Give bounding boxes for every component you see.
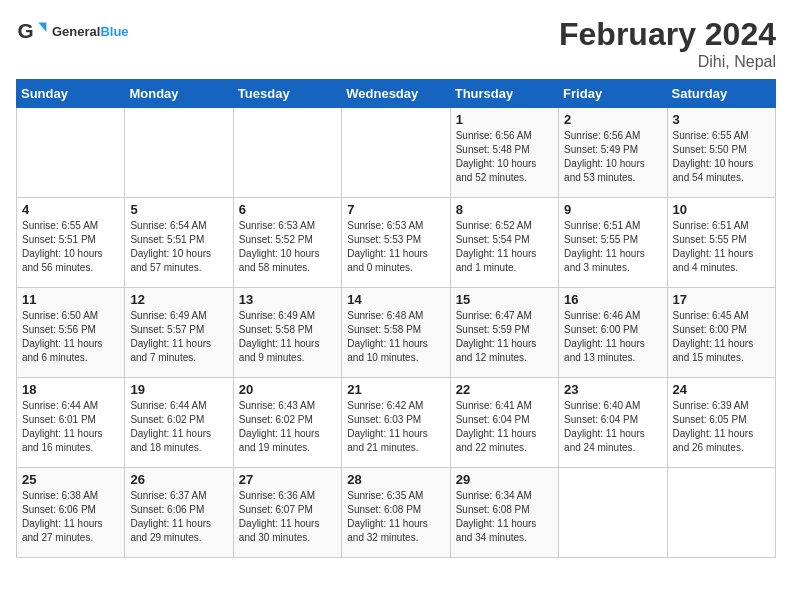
svg-text:G: G: [18, 19, 34, 42]
day-number: 20: [239, 382, 336, 397]
day-info: Sunrise: 6:51 AM Sunset: 5:55 PM Dayligh…: [564, 219, 661, 275]
day-number: 11: [22, 292, 119, 307]
day-number: 9: [564, 202, 661, 217]
calendar-week-4: 18Sunrise: 6:44 AM Sunset: 6:01 PM Dayli…: [17, 378, 776, 468]
day-number: 29: [456, 472, 553, 487]
day-number: 16: [564, 292, 661, 307]
day-info: Sunrise: 6:40 AM Sunset: 6:04 PM Dayligh…: [564, 399, 661, 455]
calendar-cell: 22Sunrise: 6:41 AM Sunset: 6:04 PM Dayli…: [450, 378, 558, 468]
day-info: Sunrise: 6:38 AM Sunset: 6:06 PM Dayligh…: [22, 489, 119, 545]
calendar-cell: 25Sunrise: 6:38 AM Sunset: 6:06 PM Dayli…: [17, 468, 125, 558]
calendar-header-row: SundayMondayTuesdayWednesdayThursdayFrid…: [17, 80, 776, 108]
calendar-cell: [125, 108, 233, 198]
day-number: 12: [130, 292, 227, 307]
calendar-cell: 16Sunrise: 6:46 AM Sunset: 6:00 PM Dayli…: [559, 288, 667, 378]
day-info: Sunrise: 6:53 AM Sunset: 5:52 PM Dayligh…: [239, 219, 336, 275]
day-number: 25: [22, 472, 119, 487]
day-number: 2: [564, 112, 661, 127]
calendar-cell: [233, 108, 341, 198]
calendar-cell: 17Sunrise: 6:45 AM Sunset: 6:00 PM Dayli…: [667, 288, 775, 378]
day-info: Sunrise: 6:35 AM Sunset: 6:08 PM Dayligh…: [347, 489, 444, 545]
calendar-cell: [17, 108, 125, 198]
day-info: Sunrise: 6:49 AM Sunset: 5:58 PM Dayligh…: [239, 309, 336, 365]
day-info: Sunrise: 6:44 AM Sunset: 6:02 PM Dayligh…: [130, 399, 227, 455]
day-info: Sunrise: 6:49 AM Sunset: 5:57 PM Dayligh…: [130, 309, 227, 365]
calendar-cell: 10Sunrise: 6:51 AM Sunset: 5:55 PM Dayli…: [667, 198, 775, 288]
calendar-cell: 27Sunrise: 6:36 AM Sunset: 6:07 PM Dayli…: [233, 468, 341, 558]
day-number: 24: [673, 382, 770, 397]
day-info: Sunrise: 6:55 AM Sunset: 5:51 PM Dayligh…: [22, 219, 119, 275]
day-number: 7: [347, 202, 444, 217]
calendar-cell: [342, 108, 450, 198]
calendar-week-2: 4Sunrise: 6:55 AM Sunset: 5:51 PM Daylig…: [17, 198, 776, 288]
calendar-cell: 28Sunrise: 6:35 AM Sunset: 6:08 PM Dayli…: [342, 468, 450, 558]
day-header-saturday: Saturday: [667, 80, 775, 108]
day-info: Sunrise: 6:56 AM Sunset: 5:49 PM Dayligh…: [564, 129, 661, 185]
day-info: Sunrise: 6:54 AM Sunset: 5:51 PM Dayligh…: [130, 219, 227, 275]
day-info: Sunrise: 6:56 AM Sunset: 5:48 PM Dayligh…: [456, 129, 553, 185]
calendar-cell: 5Sunrise: 6:54 AM Sunset: 5:51 PM Daylig…: [125, 198, 233, 288]
day-number: 21: [347, 382, 444, 397]
day-number: 6: [239, 202, 336, 217]
calendar-table: SundayMondayTuesdayWednesdayThursdayFrid…: [16, 79, 776, 558]
title-block: February 2024 Dihi, Nepal: [559, 16, 776, 71]
day-number: 5: [130, 202, 227, 217]
day-number: 19: [130, 382, 227, 397]
day-info: Sunrise: 6:36 AM Sunset: 6:07 PM Dayligh…: [239, 489, 336, 545]
day-info: Sunrise: 6:39 AM Sunset: 6:05 PM Dayligh…: [673, 399, 770, 455]
calendar-cell: 8Sunrise: 6:52 AM Sunset: 5:54 PM Daylig…: [450, 198, 558, 288]
calendar-cell: 11Sunrise: 6:50 AM Sunset: 5:56 PM Dayli…: [17, 288, 125, 378]
day-header-friday: Friday: [559, 80, 667, 108]
day-info: Sunrise: 6:46 AM Sunset: 6:00 PM Dayligh…: [564, 309, 661, 365]
day-number: 28: [347, 472, 444, 487]
calendar-cell: 7Sunrise: 6:53 AM Sunset: 5:53 PM Daylig…: [342, 198, 450, 288]
calendar-cell: 15Sunrise: 6:47 AM Sunset: 5:59 PM Dayli…: [450, 288, 558, 378]
calendar-cell: 1Sunrise: 6:56 AM Sunset: 5:48 PM Daylig…: [450, 108, 558, 198]
calendar-cell: 19Sunrise: 6:44 AM Sunset: 6:02 PM Dayli…: [125, 378, 233, 468]
day-info: Sunrise: 6:55 AM Sunset: 5:50 PM Dayligh…: [673, 129, 770, 185]
day-number: 22: [456, 382, 553, 397]
calendar-cell: [559, 468, 667, 558]
day-info: Sunrise: 6:34 AM Sunset: 6:08 PM Dayligh…: [456, 489, 553, 545]
calendar-subtitle: Dihi, Nepal: [559, 53, 776, 71]
calendar-cell: 4Sunrise: 6:55 AM Sunset: 5:51 PM Daylig…: [17, 198, 125, 288]
calendar-cell: 24Sunrise: 6:39 AM Sunset: 6:05 PM Dayli…: [667, 378, 775, 468]
calendar-cell: 29Sunrise: 6:34 AM Sunset: 6:08 PM Dayli…: [450, 468, 558, 558]
logo-general: General: [52, 24, 100, 39]
day-number: 3: [673, 112, 770, 127]
day-header-tuesday: Tuesday: [233, 80, 341, 108]
day-info: Sunrise: 6:43 AM Sunset: 6:02 PM Dayligh…: [239, 399, 336, 455]
day-info: Sunrise: 6:44 AM Sunset: 6:01 PM Dayligh…: [22, 399, 119, 455]
calendar-title: February 2024: [559, 16, 776, 53]
calendar-cell: [667, 468, 775, 558]
calendar-body: 1Sunrise: 6:56 AM Sunset: 5:48 PM Daylig…: [17, 108, 776, 558]
day-number: 17: [673, 292, 770, 307]
day-info: Sunrise: 6:37 AM Sunset: 6:06 PM Dayligh…: [130, 489, 227, 545]
calendar-cell: 14Sunrise: 6:48 AM Sunset: 5:58 PM Dayli…: [342, 288, 450, 378]
svg-marker-1: [38, 22, 46, 32]
calendar-cell: 3Sunrise: 6:55 AM Sunset: 5:50 PM Daylig…: [667, 108, 775, 198]
calendar-cell: 9Sunrise: 6:51 AM Sunset: 5:55 PM Daylig…: [559, 198, 667, 288]
day-number: 10: [673, 202, 770, 217]
calendar-cell: 6Sunrise: 6:53 AM Sunset: 5:52 PM Daylig…: [233, 198, 341, 288]
calendar-cell: 12Sunrise: 6:49 AM Sunset: 5:57 PM Dayli…: [125, 288, 233, 378]
calendar-week-3: 11Sunrise: 6:50 AM Sunset: 5:56 PM Dayli…: [17, 288, 776, 378]
calendar-cell: 2Sunrise: 6:56 AM Sunset: 5:49 PM Daylig…: [559, 108, 667, 198]
calendar-cell: 13Sunrise: 6:49 AM Sunset: 5:58 PM Dayli…: [233, 288, 341, 378]
page-header: G GeneralBlue February 2024 Dihi, Nepal: [16, 16, 776, 71]
day-info: Sunrise: 6:42 AM Sunset: 6:03 PM Dayligh…: [347, 399, 444, 455]
day-number: 18: [22, 382, 119, 397]
day-number: 13: [239, 292, 336, 307]
day-info: Sunrise: 6:41 AM Sunset: 6:04 PM Dayligh…: [456, 399, 553, 455]
logo-blue: Blue: [100, 24, 128, 39]
day-number: 26: [130, 472, 227, 487]
calendar-cell: 26Sunrise: 6:37 AM Sunset: 6:06 PM Dayli…: [125, 468, 233, 558]
day-header-thursday: Thursday: [450, 80, 558, 108]
day-number: 15: [456, 292, 553, 307]
logo: G GeneralBlue: [16, 16, 129, 48]
calendar-cell: 21Sunrise: 6:42 AM Sunset: 6:03 PM Dayli…: [342, 378, 450, 468]
day-header-wednesday: Wednesday: [342, 80, 450, 108]
day-number: 23: [564, 382, 661, 397]
day-number: 8: [456, 202, 553, 217]
calendar-cell: 20Sunrise: 6:43 AM Sunset: 6:02 PM Dayli…: [233, 378, 341, 468]
